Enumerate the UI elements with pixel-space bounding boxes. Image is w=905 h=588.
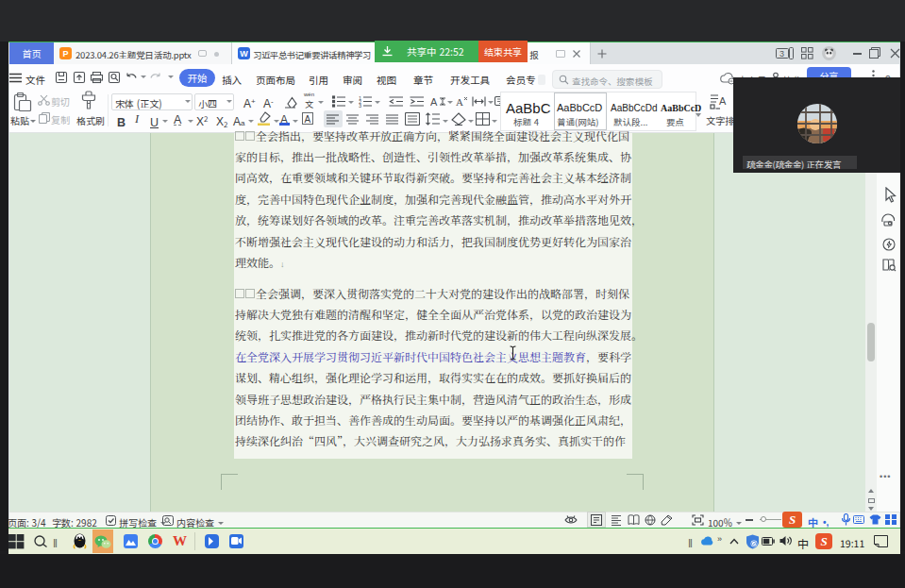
svg-text:A: A (456, 96, 463, 108)
svg-text:A: A (719, 95, 727, 107)
svg-text:A: A (430, 96, 438, 108)
svg-text:3: 3 (359, 103, 361, 108)
svg-text:3: 3 (779, 49, 784, 59)
